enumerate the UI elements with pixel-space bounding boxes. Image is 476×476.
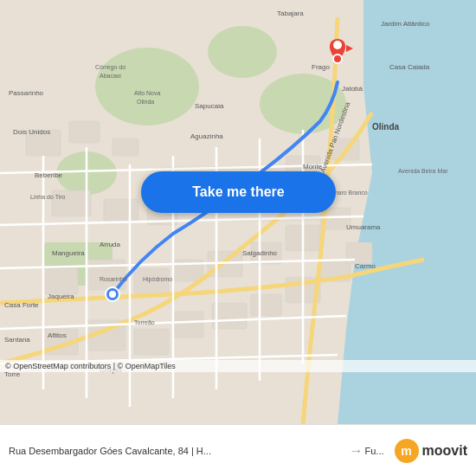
svg-text:Olinda: Olinda <box>137 99 154 105</box>
svg-text:Passarinho: Passarinho <box>9 89 44 97</box>
svg-text:Umuarama: Umuarama <box>346 223 381 231</box>
svg-text:Olinda: Olinda <box>372 122 400 132</box>
moovit-logo: m moovit <box>395 439 467 463</box>
moovit-wordmark: moovit <box>422 443 467 459</box>
svg-text:Arruda: Arruda <box>100 241 121 248</box>
svg-rect-11 <box>104 199 138 221</box>
moovit-icon: m <box>395 439 419 463</box>
svg-text:Carmo: Carmo <box>355 262 376 270</box>
svg-point-77 <box>109 291 116 298</box>
arrow-separator: → <box>348 443 365 459</box>
bottom-left: Rua Desembargador Góes Cavalcante, 84 | … <box>9 446 348 456</box>
svg-text:Hipódromo: Hipódromo <box>143 276 172 283</box>
svg-text:Tabajara: Tabajara <box>277 10 304 17</box>
svg-text:Mangueira: Mangueira <box>52 249 85 257</box>
svg-text:Aguazinha: Aguazinha <box>190 132 223 140</box>
svg-text:Frago: Frago <box>312 63 330 71</box>
svg-rect-19 <box>43 268 78 294</box>
attribution: © OpenStreetMap contributors | © OpenMap… <box>0 360 476 372</box>
take-me-there-button[interactable]: Take me there <box>141 171 336 213</box>
svg-rect-32 <box>251 294 281 316</box>
svg-rect-30 <box>173 312 203 338</box>
attribution-text: © OpenStreetMap contributors | © OpenMap… <box>5 362 176 370</box>
svg-text:Abacaxi: Abacaxi <box>100 73 121 79</box>
svg-point-3 <box>208 26 277 78</box>
svg-point-2 <box>95 48 199 125</box>
svg-point-73 <box>333 41 342 49</box>
svg-rect-9 <box>113 138 138 156</box>
origin-destination-text: Rua Desembargador Góes Cavalcante, 84 | … <box>9 446 348 456</box>
svg-text:Córrego do: Córrego do <box>95 64 125 71</box>
svg-text:Aflitos: Aflitos <box>48 331 67 339</box>
app: Tabajara Jardim Atlântico Passarinho Cór… <box>0 0 476 476</box>
svg-text:Dois Unidos: Dois Unidos <box>13 128 50 136</box>
svg-text:Jatobá: Jatobá <box>342 85 363 93</box>
destination-label: Fu... <box>365 446 384 456</box>
svg-text:Linha do Tiro: Linha do Tiro <box>30 194 66 200</box>
bottom-bar: Rua Desembargador Góes Cavalcante, 84 | … <box>0 424 476 476</box>
svg-text:Alto Nova: Alto Nova <box>134 90 160 96</box>
svg-text:Beberibe: Beberibe <box>35 171 63 179</box>
svg-text:Salgadinho: Salgadinho <box>242 249 278 257</box>
svg-text:Torreão: Torreão <box>134 319 155 325</box>
svg-rect-8 <box>69 121 100 143</box>
svg-text:Avenida Beira Mar: Avenida Beira Mar <box>398 168 448 174</box>
svg-text:Jardim Atlântico: Jardim Atlântico <box>381 20 430 28</box>
svg-text:Sapucaia: Sapucaia <box>195 102 224 110</box>
map-container: Tabajara Jardim Atlântico Passarinho Cór… <box>0 0 476 424</box>
svg-text:Santana: Santana <box>4 336 30 344</box>
svg-text:Casa Forte: Casa Forte <box>4 301 39 309</box>
svg-text:Jaqueira: Jaqueira <box>48 293 74 300</box>
svg-rect-29 <box>134 329 169 355</box>
svg-text:Casa Caiada: Casa Caiada <box>389 63 430 71</box>
svg-text:Rosarinho: Rosarinho <box>100 276 127 282</box>
svg-point-75 <box>333 55 342 63</box>
